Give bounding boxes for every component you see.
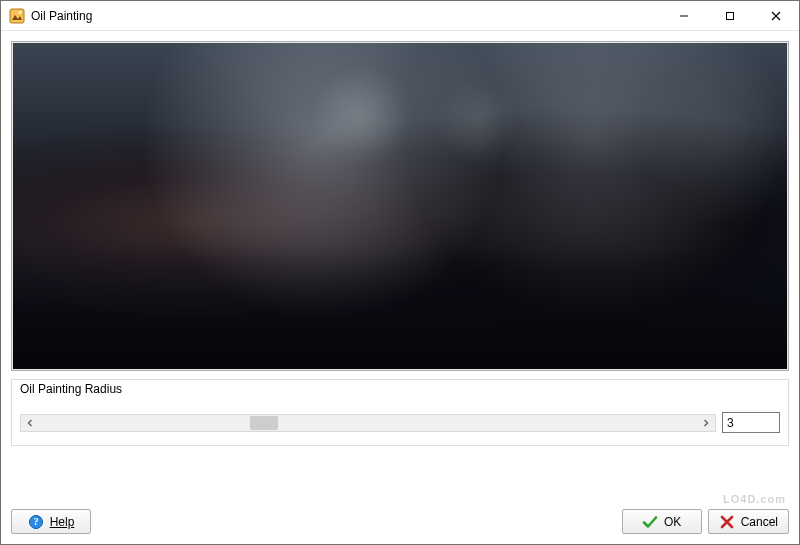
svg-point-1 <box>19 11 22 14</box>
cancel-button[interactable]: Cancel <box>708 509 789 534</box>
help-button[interactable]: ? Help <box>11 509 91 534</box>
arrow-left-icon[interactable] <box>21 415 39 431</box>
radius-input[interactable] <box>722 412 780 433</box>
maximize-button[interactable] <box>707 1 753 30</box>
ok-button[interactable]: OK <box>622 509 702 534</box>
ok-button-label: OK <box>664 515 681 529</box>
help-button-label: Help <box>50 515 75 529</box>
button-row: ? Help OK Cance <box>11 505 789 534</box>
app-icon <box>9 8 25 24</box>
dialog-window: Oil Painting Oil Painting Radius <box>0 0 800 545</box>
window-controls <box>661 1 799 30</box>
svg-text:?: ? <box>33 516 38 527</box>
svg-rect-2 <box>727 12 734 19</box>
cancel-button-label: Cancel <box>741 515 778 529</box>
help-icon: ? <box>28 514 44 530</box>
arrow-right-icon[interactable] <box>697 415 715 431</box>
cross-icon <box>719 514 735 530</box>
client-area: Oil Painting Radius <box>1 31 799 544</box>
title-bar[interactable]: Oil Painting <box>1 1 799 31</box>
close-button[interactable] <box>753 1 799 30</box>
window-title: Oil Painting <box>31 9 661 23</box>
spacer <box>97 509 616 534</box>
svg-rect-0 <box>10 9 24 23</box>
preview-image <box>13 43 787 369</box>
check-icon <box>642 514 658 530</box>
scroll-track-inner[interactable] <box>39 415 697 431</box>
scroll-thumb[interactable] <box>250 416 278 430</box>
radius-slider-row <box>20 412 780 433</box>
minimize-button[interactable] <box>661 1 707 30</box>
preview-frame <box>11 41 789 371</box>
radius-scrollbar[interactable] <box>20 414 716 432</box>
radius-label: Oil Painting Radius <box>20 382 780 396</box>
radius-group: Oil Painting Radius <box>11 379 789 446</box>
